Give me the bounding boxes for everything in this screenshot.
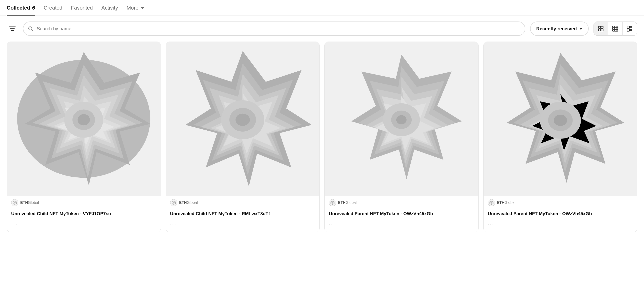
svg-rect-15 [627, 26, 630, 28]
nft-image [484, 42, 637, 196]
svg-rect-5 [601, 29, 603, 31]
grid-medium-icon [612, 26, 618, 32]
collection-label: ETHGlobal [324, 196, 478, 209]
filter-icon [9, 27, 16, 31]
filter-button[interactable] [7, 23, 18, 34]
search-input[interactable] [23, 22, 525, 36]
nft-options-button[interactable]: ··· [7, 219, 161, 232]
nft-grid: ETHGlobal Unrevealed Child NFT MyToken -… [0, 42, 644, 242]
svg-line-1 [32, 30, 33, 31]
nft-title: Unrevealed Parent NFT MyToken - OWzVh45x… [484, 209, 637, 219]
collection-label: ETHGlobal [484, 196, 637, 209]
svg-point-66 [554, 115, 567, 126]
nft-card[interactable]: ETHGlobal Unrevealed Parent NFT MyToken … [324, 42, 478, 232]
nft-title: Unrevealed Child NFT MyToken - VYFJ1OP7s… [7, 209, 161, 219]
ethglobal-logo-icon [489, 201, 494, 205]
svg-point-54 [396, 115, 406, 124]
nft-artwork [324, 42, 478, 196]
svg-rect-11 [616, 28, 618, 30]
tab-bar: Collected6 Created Favorited Activity Mo… [0, 0, 644, 16]
svg-rect-10 [614, 28, 616, 30]
detail-view-icon [626, 26, 633, 32]
collection-logo [11, 199, 18, 206]
nft-card[interactable]: ETHGlobal Unrevealed Parent NFT MyToken … [483, 42, 638, 232]
svg-rect-2 [598, 26, 600, 28]
ethglobal-logo-icon [13, 201, 17, 205]
nft-image [7, 42, 161, 196]
toolbar: Recently received [0, 16, 644, 42]
tab-favorited[interactable]: Favorited [71, 0, 93, 16]
nft-image [324, 42, 478, 196]
svg-rect-7 [614, 26, 616, 28]
nft-options-button[interactable]: ··· [484, 219, 637, 232]
collection-name: ETHGlobal [179, 201, 198, 205]
tab-created[interactable]: Created [44, 0, 62, 16]
search-wrapper [23, 22, 525, 36]
svg-rect-9 [612, 28, 614, 30]
collection-logo [488, 199, 495, 206]
view-medium-grid-button[interactable] [608, 22, 622, 35]
nft-artwork [7, 42, 161, 196]
nft-options-button[interactable]: ··· [324, 219, 478, 232]
nft-card[interactable]: ETHGlobal Unrevealed Child NFT MyToken -… [166, 42, 320, 232]
nft-card[interactable]: ETHGlobal Unrevealed Child NFT MyToken -… [7, 42, 161, 232]
ethglobal-logo-icon [172, 201, 176, 205]
svg-rect-13 [614, 30, 616, 31]
grid-large-icon [598, 26, 604, 32]
svg-rect-6 [612, 26, 614, 28]
svg-point-42 [236, 114, 250, 126]
view-detail-button[interactable] [622, 22, 637, 35]
nft-artwork [166, 42, 320, 196]
svg-rect-16 [627, 29, 630, 31]
collection-name: ETHGlobal [497, 201, 516, 205]
nft-options-button[interactable]: ··· [166, 219, 320, 232]
nft-artwork [484, 42, 637, 196]
collection-label: ETHGlobal [7, 196, 161, 209]
ethglobal-logo-icon [330, 201, 335, 205]
svg-rect-3 [601, 26, 603, 28]
svg-rect-8 [616, 26, 618, 28]
sort-chevron-icon [579, 28, 582, 30]
collection-logo [170, 199, 177, 206]
svg-rect-12 [612, 30, 614, 31]
collection-name: ETHGlobal [338, 201, 356, 205]
tab-collected[interactable]: Collected6 [7, 0, 35, 16]
sort-label: Recently received [536, 26, 577, 32]
tab-more[interactable]: More [126, 0, 144, 16]
collection-logo [329, 199, 336, 206]
collection-name: ETHGlobal [20, 201, 39, 205]
view-large-grid-button[interactable] [594, 22, 608, 35]
search-icon [28, 26, 33, 32]
tab-activity[interactable]: Activity [101, 0, 118, 16]
sort-dropdown[interactable]: Recently received [530, 22, 589, 36]
chevron-down-icon [141, 7, 144, 9]
collection-label: ETHGlobal [166, 196, 320, 209]
svg-point-30 [78, 114, 90, 125]
view-toggles [594, 22, 637, 36]
nft-title: Unrevealed Child NFT MyToken - RMLwxT8uT… [166, 209, 320, 219]
nft-title: Unrevealed Parent NFT MyToken - OWzVh45x… [324, 209, 478, 219]
svg-rect-4 [598, 29, 600, 31]
nft-image [166, 42, 320, 196]
svg-rect-14 [616, 30, 618, 31]
